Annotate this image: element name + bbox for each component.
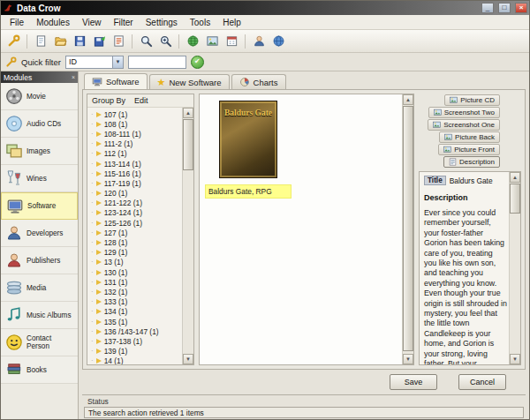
menu-view[interactable]: View (76, 17, 108, 28)
item-view-scrollbar[interactable]: ▲ ▼ (402, 94, 413, 364)
tree-item[interactable]: ·128 (1) (87, 237, 182, 247)
apply-filter-button[interactable]: ✔ (191, 56, 204, 69)
tree-item[interactable]: ·132 (1) (87, 287, 182, 296)
tree-item[interactable]: ·14 (1) (87, 356, 182, 364)
scrollbar-track[interactable] (510, 183, 520, 354)
tree-item[interactable]: ·121-122 (1) (87, 199, 182, 208)
menu-file[interactable]: File (4, 17, 30, 28)
save-icon[interactable] (71, 33, 88, 50)
tree-item[interactable]: ·127 (1) (87, 228, 182, 237)
open-icon[interactable] (51, 33, 69, 50)
tab-new-software[interactable]: ★ New Software (149, 74, 230, 89)
sidebar-item-publishers[interactable]: Publishers (1, 247, 78, 274)
picture-icon[interactable] (203, 33, 221, 50)
scroll-down-icon[interactable]: ▼ (510, 354, 520, 364)
menu-filter[interactable]: Filter (107, 17, 139, 28)
group-by-menu[interactable]: Group By (92, 96, 125, 105)
scroll-up-icon[interactable]: ▲ (403, 94, 413, 105)
tab-screenshot-two[interactable]: Screenshot Two (428, 107, 500, 118)
tab-picture-front[interactable]: Picture Front (438, 144, 500, 155)
tree-item[interactable]: ·139 (1) (87, 347, 182, 356)
tree-item[interactable]: ·130 (1) (87, 267, 182, 277)
wrench-icon[interactable] (4, 33, 22, 50)
tree-item[interactable]: ·113-114 (1) (87, 159, 182, 169)
sidebar-item-audio-cds[interactable]: Audio CDs (1, 110, 78, 138)
cancel-button[interactable]: Cancel (458, 374, 506, 390)
menu-modules[interactable]: Modules (30, 17, 76, 28)
sidebar-item-music-albums[interactable]: Music Albums (1, 302, 78, 329)
tree-item[interactable]: ·112 (1) (87, 149, 182, 159)
maximize-button[interactable]: □ (498, 3, 511, 13)
bullet-icon: · (91, 298, 94, 305)
quick-filter-field-select[interactable]: ID ▼ (65, 56, 124, 69)
scrollbar-thumb[interactable] (183, 119, 193, 170)
tree-item[interactable]: ·111-2 (1) (87, 139, 182, 149)
tree-item[interactable]: ·133 (1) (87, 297, 182, 307)
menu-help[interactable]: Help (216, 17, 247, 28)
scrollbar-track[interactable] (403, 105, 413, 354)
export-icon[interactable] (90, 33, 108, 50)
close-button[interactable]: × (515, 3, 527, 13)
new-item-icon[interactable] (32, 33, 49, 50)
tree-item[interactable]: ·134 (1) (87, 307, 182, 317)
tree-item[interactable]: ·131 (1) (87, 277, 182, 287)
tree-item[interactable]: ·108 (1) (87, 119, 182, 129)
books-icon (5, 361, 23, 379)
tree-item[interactable]: ·136 /143-147 (1) (87, 326, 182, 336)
report-icon[interactable] (110, 33, 127, 50)
search-icon[interactable] (137, 33, 155, 50)
scroll-up-icon[interactable]: ▲ (183, 108, 193, 118)
scrollbar-track[interactable] (183, 118, 193, 354)
scroll-down-icon[interactable]: ▼ (403, 354, 413, 364)
sidebar-item-images[interactable]: Images (1, 138, 78, 165)
scrollbar-thumb[interactable] (510, 184, 520, 214)
zoom-icon[interactable] (156, 33, 174, 50)
save-button[interactable]: Save (390, 374, 437, 390)
software-item-card[interactable]: Baldurs Gate Baldurs Gate, RPG (205, 101, 292, 199)
scrollbar-thumb[interactable] (403, 106, 413, 351)
item-label[interactable]: Baldurs Gate, RPG (205, 184, 292, 199)
tree-item[interactable]: ·108-111 (1) (87, 129, 182, 139)
chevron-down-icon[interactable]: ▼ (112, 56, 123, 68)
tree-item[interactable]: ·135 (1) (87, 317, 182, 326)
arrow-icon (96, 191, 102, 196)
tree-item[interactable]: ·115-116 (1) (87, 169, 182, 178)
tree-item[interactable]: ·13 (1) (87, 258, 182, 267)
modules-close-icon[interactable]: × (72, 74, 75, 80)
scroll-up-icon[interactable]: ▲ (510, 172, 520, 183)
sidebar-item-movie[interactable]: Movie (1, 83, 78, 110)
tree-item[interactable]: ·120 (1) (87, 189, 182, 199)
calendar-icon[interactable] (223, 33, 240, 50)
tree-item[interactable]: ·117-119 (1) (87, 178, 182, 188)
sidebar-item-software[interactable]: Software (1, 192, 78, 220)
web-search-icon[interactable] (184, 33, 201, 50)
tab-software[interactable]: Software (84, 73, 148, 89)
description-scrollbar[interactable]: ▲ ▼ (509, 172, 520, 364)
tree-item[interactable]: ·137-138 (1) (87, 336, 182, 346)
sidebar-item-contact-person[interactable]: Contact Person (1, 329, 78, 356)
edit-menu[interactable]: Edit (134, 96, 148, 105)
scroll-down-icon[interactable]: ▼ (183, 354, 193, 364)
tab-picture-back[interactable]: Picture Back (439, 131, 500, 143)
tab-charts[interactable]: Charts (231, 74, 286, 89)
minimize-button[interactable]: _ (481, 3, 494, 13)
menu-settings[interactable]: Settings (140, 17, 184, 28)
tab-picture-cd[interactable]: Picture CD (444, 94, 500, 106)
titlebar[interactable]: Data Crow _ □ × (1, 1, 529, 15)
tree-item[interactable]: ·107 (1) (87, 109, 182, 119)
user-icon[interactable] (250, 33, 268, 50)
group-scrollbar[interactable]: ▲ ▼ (182, 108, 193, 364)
quick-filter-input[interactable] (128, 56, 186, 69)
tree-item[interactable]: ·123-124 (1) (87, 208, 182, 218)
internet-icon[interactable] (269, 33, 287, 50)
tab-screenshot-one[interactable]: Screenshot One (428, 119, 500, 131)
tab-description[interactable]: Description (443, 156, 500, 168)
sidebar-item-media[interactable]: Media (1, 274, 78, 302)
menu-tools[interactable]: Tools (184, 17, 216, 28)
sidebar-item-developers[interactable]: Developers (1, 220, 78, 247)
tree-item[interactable]: ·129 (1) (87, 248, 182, 258)
sidebar-item-wines[interactable]: Wines (1, 165, 78, 192)
tree-item[interactable]: ·125-126 (1) (87, 218, 182, 228)
sidebar-item-books[interactable]: Books (1, 356, 78, 384)
arrow-icon (96, 280, 102, 285)
